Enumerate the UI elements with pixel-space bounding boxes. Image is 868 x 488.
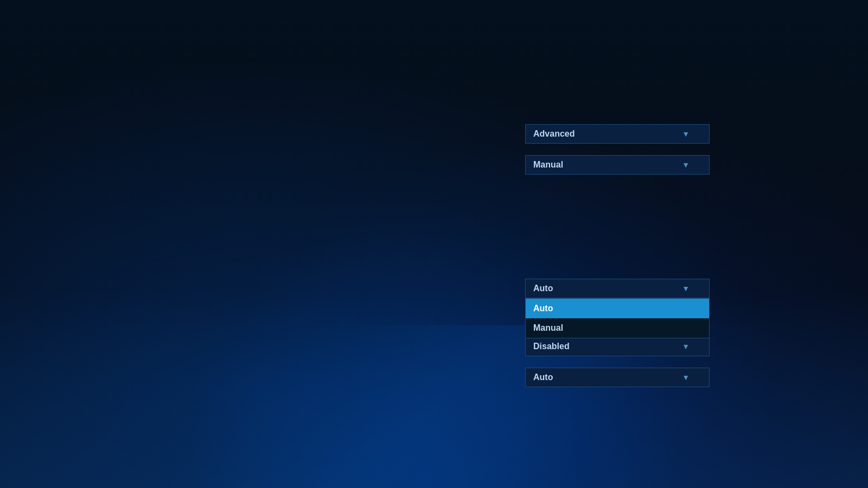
dropdown-arrow-pbo-scalar: ▼ — [682, 284, 690, 293]
dropdown-arrow-pbo-limits: ▼ — [682, 160, 690, 169]
dropdown-pbo[interactable]: Advanced ▼ — [525, 124, 710, 144]
dropdown-pbo-scalar[interactable]: Auto ▼ — [525, 279, 710, 298]
dropdown-cpu-boost[interactable]: Disabled ▼ — [525, 337, 710, 356]
dropdown-pbo-limits[interactable]: Manual ▼ — [525, 155, 710, 175]
dropdown-thermal[interactable]: Auto ▼ — [525, 368, 710, 387]
dropdown-wrapper-pbo-scalar: Auto ▼ Auto Manual — [525, 279, 710, 298]
dropdown-arrow-cpu-boost: ▼ — [682, 342, 690, 351]
dropdown-menu-pbo-scalar: Auto Manual — [525, 298, 710, 338]
dropdown-arrow-pbo: ▼ — [682, 130, 690, 138]
dropdown-option-auto[interactable]: Auto — [526, 299, 709, 318]
dropdown-arrow-thermal: ▼ — [682, 373, 690, 382]
dropdown-option-manual[interactable]: Manual — [526, 318, 709, 338]
